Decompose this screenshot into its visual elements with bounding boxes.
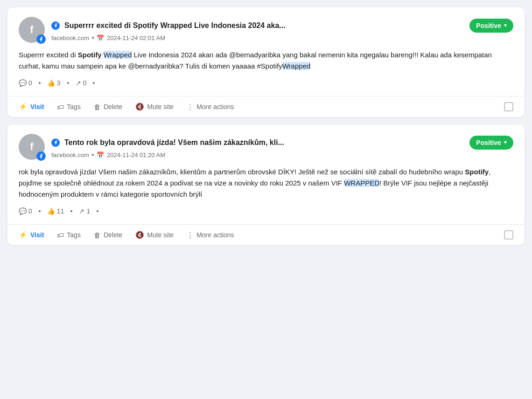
stat-separator-3: [93, 82, 95, 84]
chevron-down-icon: ▾: [504, 22, 507, 28]
more-icon: ⋮: [187, 103, 194, 111]
tags-icon: 🏷: [57, 103, 64, 111]
post-content: rok byla opravdová jízda! Všem našim zák…: [19, 166, 513, 200]
like-count: 👍 11: [47, 207, 64, 215]
visit-label: Visit: [30, 231, 44, 239]
source-name: facebook.com: [51, 151, 89, 158]
more-actions-label: More actions: [196, 103, 234, 110]
select-checkbox[interactable]: [504, 230, 513, 240]
header-meta: Superrrr excited di Spotify Wrapped Live…: [51, 19, 513, 41]
comment-icon: 💬: [19, 79, 27, 87]
calendar-icon: 📅: [97, 151, 104, 158]
stat-separator: [39, 82, 41, 84]
tags-icon: 🏷: [57, 231, 64, 239]
like-icon: 👍: [47, 79, 55, 87]
calendar-icon: 📅: [97, 34, 104, 41]
tags-label: Tags: [67, 103, 81, 110]
mute-site-button[interactable]: 🔇 Mute site: [135, 103, 174, 111]
more-actions-button[interactable]: ⋮ More actions: [187, 231, 234, 239]
delete-label: Delete: [104, 231, 122, 239]
more-actions-button[interactable]: ⋮ More actions: [187, 103, 234, 111]
facebook-platform-icon: [51, 138, 60, 147]
card-footer: ⚡ Visit 🏷 Tags 🗑 Delete 🔇 Mute site ⋮ Mo…: [7, 224, 525, 245]
sentiment-button[interactable]: Positive ▾: [469, 19, 513, 33]
mute-label: Mute site: [147, 103, 174, 110]
avatar: f: [19, 134, 45, 160]
share-count: ↗ 0: [76, 79, 87, 87]
avatar-letter: f: [30, 24, 33, 36]
lightning-icon: ⚡: [19, 231, 28, 239]
facebook-badge: [36, 34, 46, 44]
select-checkbox[interactable]: [504, 102, 513, 111]
source-name: facebook.com: [51, 34, 89, 41]
tags-label: Tags: [67, 231, 81, 239]
delete-label: Delete: [104, 103, 122, 110]
post-stats: 💬 0 👍 3 ↗ 0: [19, 79, 513, 87]
more-icon: ⋮: [187, 231, 194, 239]
chevron-down-icon: ▾: [504, 139, 507, 145]
tags-button[interactable]: 🏷 Tags: [57, 103, 81, 111]
comment-value: 0: [28, 79, 32, 87]
stat-separator: [39, 210, 41, 212]
avatar-letter: f: [30, 141, 33, 153]
comment-icon: 💬: [19, 207, 27, 215]
post-stats: 💬 0 👍 11 ↗ 1: [19, 207, 513, 215]
header-top: Superrrr excited di Spotify Wrapped Live…: [51, 19, 513, 33]
comment-value: 0: [28, 207, 32, 215]
comment-count: 💬 0: [19, 207, 32, 215]
facebook-platform-icon: [51, 21, 60, 30]
mute-icon: 🔇: [135, 231, 144, 239]
trash-icon: 🗑: [94, 231, 101, 239]
lightning-icon: ⚡: [19, 103, 28, 111]
visit-button[interactable]: ⚡ Visit: [19, 231, 44, 239]
source-dot: [92, 154, 94, 156]
post-card-2: f Tento rok byla opravdová jízda! Všem n…: [7, 124, 525, 245]
post-title: Superrrr excited di Spotify Wrapped Live…: [64, 21, 465, 30]
mute-label: Mute site: [147, 231, 174, 239]
stat-separator-2: [70, 210, 72, 212]
trash-icon: 🗑: [94, 103, 101, 111]
comment-count: 💬 0: [19, 79, 32, 87]
post-header: f Superrrr excited di Spotify Wrapped Li…: [19, 17, 513, 43]
mute-icon: 🔇: [135, 103, 144, 111]
tags-button[interactable]: 🏷 Tags: [57, 231, 81, 239]
header-top: Tento rok byla opravdová jízda! Všem naš…: [51, 136, 513, 150]
like-value: 3: [57, 79, 61, 87]
card-footer: ⚡ Visit 🏷 Tags 🗑 Delete 🔇 Mute site ⋮ Mo…: [7, 96, 525, 117]
like-count: 👍 3: [47, 79, 61, 87]
post-source: facebook.com 📅 2024-11-24 02:01 AM: [51, 34, 513, 41]
stat-separator-3: [97, 210, 98, 212]
post-content: Superrrr excited di Spotify Wrapped Live…: [19, 49, 513, 72]
like-value: 11: [57, 207, 64, 215]
stat-separator-2: [67, 82, 69, 84]
facebook-badge: [36, 151, 46, 161]
sentiment-button[interactable]: Positive ▾: [469, 136, 513, 150]
post-source: facebook.com 📅 2024-11-24 01:20 AM: [51, 151, 513, 158]
mute-site-button[interactable]: 🔇 Mute site: [135, 231, 174, 239]
share-value: 0: [83, 79, 87, 87]
header-meta: Tento rok byla opravdová jízda! Všem naš…: [51, 136, 513, 158]
source-dot: [92, 37, 94, 39]
visit-button[interactable]: ⚡ Visit: [19, 103, 44, 111]
share-count: ↗ 1: [79, 207, 90, 215]
share-value: 1: [86, 207, 90, 215]
like-icon: 👍: [47, 207, 55, 215]
sentiment-label: Positive: [476, 22, 501, 29]
sentiment-label: Positive: [476, 139, 501, 146]
post-card-1: f Superrrr excited di Spotify Wrapped Li…: [7, 7, 525, 117]
share-icon: ↗: [79, 207, 84, 215]
delete-button[interactable]: 🗑 Delete: [94, 103, 122, 111]
delete-button[interactable]: 🗑 Delete: [94, 231, 122, 239]
more-actions-label: More actions: [196, 231, 234, 239]
avatar: f: [19, 17, 45, 43]
visit-label: Visit: [30, 103, 44, 110]
post-date: 2024-11-24 02:01 AM: [107, 34, 165, 41]
post-date: 2024-11-24 01:20 AM: [107, 151, 165, 158]
share-icon: ↗: [76, 79, 81, 87]
post-title: Tento rok byla opravdová jízda! Všem naš…: [64, 138, 465, 147]
post-header: f Tento rok byla opravdová jízda! Všem n…: [19, 134, 513, 160]
